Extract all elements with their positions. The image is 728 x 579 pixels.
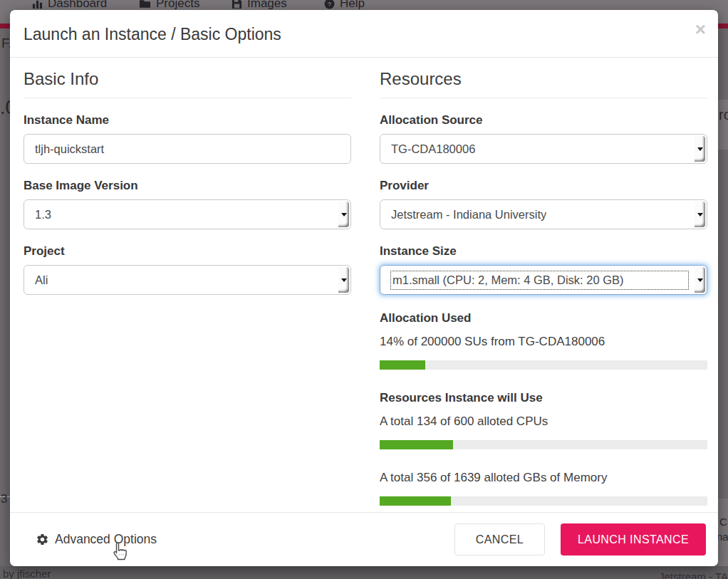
top-navbar: Dashboard Projects Images ? Help bbox=[0, 0, 728, 9]
folder-icon bbox=[139, 0, 151, 9]
chevron-down-icon bbox=[695, 136, 705, 162]
cpu-usage-text: A total 134 of 600 alloted CPUs bbox=[380, 414, 707, 429]
select-value: Ali bbox=[35, 273, 48, 287]
chevron-down-icon bbox=[338, 202, 349, 227]
basic-info-heading: Basic Info bbox=[24, 69, 351, 98]
nav-label: Dashboard bbox=[48, 0, 107, 9]
base-image-version-select[interactable]: 1.3 bbox=[24, 199, 351, 229]
chevron-down-icon bbox=[695, 267, 705, 293]
provider-label: Provider bbox=[380, 179, 707, 193]
help-icon: ? bbox=[324, 0, 335, 9]
chevron-down-icon bbox=[695, 202, 705, 227]
nav-item-images[interactable]: Images bbox=[232, 0, 287, 9]
floppy-icon bbox=[232, 0, 242, 9]
progress-fill bbox=[380, 496, 451, 506]
background-attribution: by jfischer bbox=[3, 568, 51, 579]
svg-text:?: ? bbox=[328, 0, 332, 7]
modal-title: Launch an Instance / Basic Options bbox=[24, 25, 701, 44]
resources-column: Resources Allocation Source TG-CDA180006… bbox=[380, 69, 707, 506]
select-value: Jetstream - Indiana University bbox=[391, 208, 546, 221]
chevron-down-icon bbox=[338, 267, 349, 293]
base-image-version-label: Base Image Version bbox=[24, 179, 351, 193]
launch-instance-modal: Launch an Instance / Basic Options × Bas… bbox=[10, 10, 718, 566]
allocation-used-progressbar bbox=[380, 360, 707, 370]
resources-use-heading: Resources Instance will Use bbox=[380, 391, 707, 405]
cancel-button[interactable]: CANCEL bbox=[454, 523, 545, 555]
nav-label: Projects bbox=[156, 0, 199, 9]
nav-item-dashboard[interactable]: Dashboard bbox=[32, 0, 107, 9]
nav-item-help[interactable]: ? Help bbox=[324, 0, 365, 9]
memory-usage-progressbar bbox=[380, 496, 707, 506]
memory-usage-text: A total 356 of 1639 alloted GBs of Memor… bbox=[380, 471, 707, 485]
background-text-fragment: ro bbox=[719, 107, 728, 123]
bar-chart-icon bbox=[32, 0, 43, 9]
nav-item-projects[interactable]: Projects bbox=[139, 0, 199, 9]
gear-icon bbox=[36, 533, 49, 546]
background-text-fragment: 3 h bbox=[1, 492, 10, 506]
launch-instance-button[interactable]: LAUNCH INSTANCE bbox=[561, 523, 706, 555]
close-icon[interactable]: × bbox=[695, 20, 706, 38]
progress-fill bbox=[380, 440, 453, 449]
allocation-source-select[interactable]: TG-CDA180006 bbox=[380, 134, 707, 164]
advanced-options-label: Advanced Options bbox=[55, 532, 157, 547]
provider-select[interactable]: Jetstream - Indiana University bbox=[380, 199, 707, 229]
modal-footer: Advanced Options CANCEL LAUNCH INSTANCE bbox=[10, 512, 718, 566]
nav-label: Images bbox=[247, 0, 287, 9]
background-provider-text: Jetstream - TACC bbox=[659, 570, 728, 579]
nav-label: Help bbox=[340, 0, 365, 9]
background-text-fragment: C bbox=[719, 516, 727, 528]
modal-body: Basic Info Instance Name Base Image Vers… bbox=[10, 58, 718, 506]
basic-info-column: Basic Info Instance Name Base Image Vers… bbox=[24, 69, 351, 506]
select-value: m1.small (CPU: 2, Mem: 4 GB, Disk: 20 GB… bbox=[391, 271, 688, 289]
allocation-used-heading: Allocation Used bbox=[380, 311, 707, 325]
instance-size-select[interactable]: m1.small (CPU: 2, Mem: 4 GB, Disk: 20 GB… bbox=[380, 265, 707, 295]
allocation-used-text: 14% of 200000 SUs from TG-CDA180006 bbox=[380, 335, 707, 349]
instance-name-label: Instance Name bbox=[24, 113, 351, 127]
background-text-fragment: na bbox=[717, 531, 728, 543]
advanced-options-toggle[interactable]: Advanced Options bbox=[36, 532, 157, 547]
progress-fill bbox=[380, 360, 425, 370]
modal-header: Launch an Instance / Basic Options × bbox=[10, 10, 718, 58]
select-value: TG-CDA180006 bbox=[391, 142, 475, 156]
select-value: 1.3 bbox=[35, 208, 51, 221]
background-footer-strip bbox=[0, 566, 728, 579]
resources-heading: Resources bbox=[380, 69, 707, 98]
project-select[interactable]: Ali bbox=[24, 265, 351, 295]
project-label: Project bbox=[24, 244, 351, 259]
allocation-source-label: Allocation Source bbox=[380, 113, 707, 127]
instance-size-label: Instance Size bbox=[380, 244, 707, 259]
cpu-usage-progressbar bbox=[380, 440, 707, 449]
instance-name-input[interactable] bbox=[24, 134, 351, 164]
